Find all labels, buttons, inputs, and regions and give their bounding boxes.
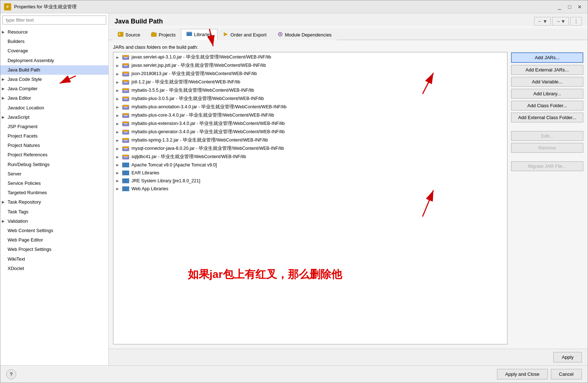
sidebar-item-service-policies[interactable]: Service Policies [0, 179, 108, 188]
projects-tab-icon [151, 32, 157, 38]
main-content: ▶ Resource Builders Coverage Deployment … [0, 13, 588, 365]
sidebar-item-web-project-settings[interactable]: Web Project Settings [0, 245, 108, 254]
sidebar-item-label: WikiText [8, 256, 25, 262]
lib-item-jstl12[interactable]: ▶ jstl-1.2.jar - 毕业生就业管理/WebContent/WEB-… [113, 78, 507, 86]
sidebar-item-xdoclet[interactable]: XDoclet [0, 264, 108, 273]
lib-item-label: jstl-1.2.jar - 毕业生就业管理/WebContent/WEB-IN… [131, 79, 240, 85]
svg-rect-49 [122, 155, 129, 156]
sidebar-item-builders[interactable]: Builders [0, 37, 108, 46]
svg-rect-50 [124, 157, 127, 157]
lib-item-mybatis[interactable]: ▶ mybatis-3.5.5.jar - 毕业生就业管理/WebContent… [113, 86, 507, 95]
sidebar-item-label: Web Content Settings [8, 227, 53, 234]
sidebar-item-run-debug[interactable]: Run/Debug Settings [0, 160, 108, 169]
lib-item-mybatis-spring[interactable]: ▶ mybatis-spring-1.3.2.jar - 毕业生就业管理/Web… [113, 136, 507, 144]
sidebar-item-label: Project References [8, 152, 48, 158]
migrate-jar-button[interactable]: Migrate JAR File... [511, 161, 583, 171]
sidebar-item-project-facets[interactable]: Project Facets [0, 131, 108, 141]
item-expand-arrow: ▶ [116, 163, 120, 167]
maximize-button[interactable]: □ [565, 3, 574, 10]
sidebar-item-label: Resource [8, 29, 28, 35]
sidebar-item-resource[interactable]: ▶ Resource [0, 27, 108, 37]
add-variable-button[interactable]: Add Variable... [511, 77, 583, 87]
jar-icon [122, 121, 129, 127]
lib-item-sqljdbc[interactable]: ▶ sqljdbc41.jar - 毕业生就业管理/WebContent/WEB… [113, 153, 507, 161]
lib-item-mybatis-plus[interactable]: ▶ mybatis-plus-3.0.5.jar - 毕业生就业管理/WebCo… [113, 95, 507, 103]
item-expand-arrow: ▶ [116, 105, 120, 109]
add-class-folder-button[interactable]: Add Class Folder... [511, 101, 583, 110]
sidebar-item-javascript[interactable]: ▶ JavaScript [0, 113, 108, 122]
sidebar-item-task-tags[interactable]: Task Tags [0, 207, 108, 217]
svg-rect-25 [122, 88, 129, 90]
menu-button[interactable]: ⋮ [570, 17, 582, 26]
edit-button[interactable]: Edit... [511, 131, 583, 141]
svg-rect-8 [187, 32, 189, 33]
sidebar-item-label: Project Natures [8, 142, 40, 149]
svg-rect-43 [122, 138, 129, 140]
svg-rect-26 [124, 90, 127, 91]
sidebar-item-project-references[interactable]: Project References [0, 150, 108, 160]
sidebar-item-project-natures[interactable]: Project Natures [0, 141, 108, 150]
lib-item-mybatis-plus-annotation[interactable]: ▶ mybatis-plus-annotation-3.4.0.jar - 毕业… [113, 103, 507, 111]
sidebar-item-java-code-style[interactable]: ▶ Java Code Style [0, 75, 108, 84]
lib-item-tomcat[interactable]: ▶ Apache Tomcat v9.0 [Apache Tomcat v9.0… [113, 161, 507, 169]
sidebar-item-jsp-fragment[interactable]: JSP Fragment [0, 122, 108, 131]
lib-item-jre[interactable]: ▶ JRE System Library [jre1.8.0_221] [113, 177, 507, 185]
sidebar-item-coverage[interactable]: Coverage [0, 46, 108, 56]
lib-item-mybatis-plus-gen[interactable]: ▶ mybatis-plus-generator-3.4.0.jar - 毕业生… [113, 128, 507, 136]
sidebar-item-java-compiler[interactable]: ▶ Java Compiler [0, 84, 108, 93]
sidebar-item-java-build-path[interactable]: Java Build Path [0, 65, 108, 75]
add-library-button[interactable]: Add Library... [511, 89, 583, 99]
lib-item-mybatis-plus-core[interactable]: ▶ mybatis-plus-core-3.4.0.jar - 毕业生就业管理/… [113, 111, 507, 119]
sidebar-item-deployment[interactable]: Deployment Assembly [0, 56, 108, 65]
help-button[interactable]: ? [6, 369, 16, 379]
sidebar-item-label: Task Repository [8, 199, 41, 205]
back-button[interactable]: ←▼ [534, 17, 551, 26]
tab-projects[interactable]: Projects [146, 29, 181, 40]
tab-source[interactable]: Source [112, 29, 146, 40]
lib-item-json[interactable]: ▶ json-20180813.jar - 毕业生就业管理/WebContent… [113, 70, 507, 78]
tab-libraries[interactable]: Libraries [181, 29, 217, 40]
right-panel: Java Build Path ←▼ →▼ ⋮ [109, 13, 588, 365]
library-list[interactable]: ▶ javax.servlet-api-3.1.0.jar - 毕业生就业管理/… [113, 52, 507, 344]
sidebar-item-task-repository[interactable]: ▶ Task Repository [0, 197, 108, 207]
add-jars-button[interactable]: Add JARs... [511, 52, 583, 63]
lib-item-webapp[interactable]: ▶ Web App Libraries [113, 185, 507, 193]
tab-order-export[interactable]: Order and Export [217, 29, 272, 40]
libraries-panel: JARs and class folders on the build path… [113, 44, 507, 344]
tab-module-dependencies[interactable]: Module Dependencies [272, 29, 337, 40]
apply-button[interactable]: Apply [553, 352, 582, 362]
remove-button[interactable]: Remove [511, 143, 583, 153]
sidebar-item-label: Java Editor [8, 95, 31, 101]
sidebar-item-validation[interactable]: ▶ Validation [0, 217, 108, 226]
lib-item-servlet-api[interactable]: ▶ javax.servlet-api-3.1.0.jar - 毕业生就业管理/… [113, 53, 507, 61]
lib-item-mybatis-plus-ext[interactable]: ▶ mybatis-plus-extension-3.4.0.jar - 毕业生… [113, 119, 507, 128]
minimize-button[interactable]: ⎯ [555, 3, 564, 10]
sidebar-item-web-content-settings[interactable]: Web Content Settings [0, 226, 108, 235]
add-external-jars-button[interactable]: Add External JARs... [511, 65, 583, 75]
lib-item-jstl[interactable]: ▶ javax.servlet.jsp.jstl.jar - 毕业生就业管理/W… [113, 61, 507, 70]
forward-button[interactable]: →▼ [552, 17, 569, 26]
lib-item-label: mybatis-3.5.5.jar - 毕业生就业管理/WebContent/W… [131, 87, 254, 93]
jar-icon [122, 63, 129, 69]
sidebar-item-web-page-editor[interactable]: Web Page Editor [0, 235, 108, 245]
jar-icon [122, 104, 129, 110]
lib-item-mysql[interactable]: ▶ mysql-connector-java-8.0.20.jar - 毕业生就… [113, 144, 507, 153]
add-external-class-folder-button[interactable]: Add External Class Folder... [511, 113, 583, 122]
sidebar-item-javadoc[interactable]: Javadoc Location [0, 103, 108, 113]
item-expand-arrow: ▶ [116, 179, 120, 183]
expand-arrow: ▶ [2, 77, 6, 82]
sidebar-item-java-editor[interactable]: ▶ Java Editor [0, 93, 108, 103]
sidebar-item-wikitext[interactable]: WikiText [0, 254, 108, 264]
sidebar-item-targeted-runtimes[interactable]: Targeted Runtimes [0, 188, 108, 197]
lib-item-label: mybatis-spring-1.3.2.jar - 毕业生就业管理/WebCo… [131, 137, 268, 143]
expand-arrow: ▶ [2, 219, 6, 224]
lib-item-label: javax.servlet-api-3.1.0.jar - 毕业生就业管理/We… [131, 54, 271, 60]
footer-right: Apply and Close Cancel [497, 369, 582, 379]
apply-close-button[interactable]: Apply and Close [497, 369, 548, 379]
cancel-button[interactable]: Cancel [551, 369, 582, 379]
filter-input[interactable] [3, 16, 106, 25]
expand-arrow: ▶ [2, 86, 6, 91]
lib-item-ear[interactable]: ▶ EAR Libraries [113, 169, 507, 177]
close-button[interactable]: ✕ [575, 3, 584, 10]
sidebar-item-server[interactable]: Server [0, 169, 108, 179]
